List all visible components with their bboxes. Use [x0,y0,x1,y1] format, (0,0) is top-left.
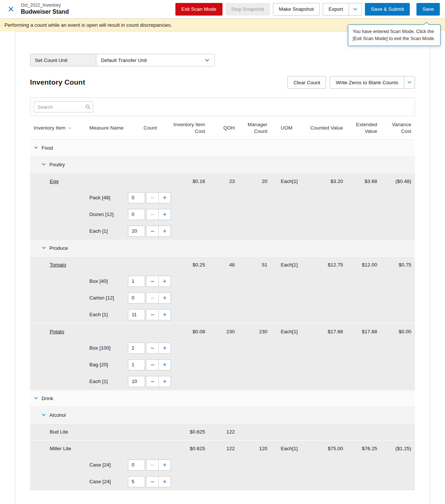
measure-name: Case [24] [89,462,128,468]
count-input[interactable] [128,226,145,237]
column-header: Variance Cost [382,121,416,135]
extended-value: $17.68 [347,329,382,334]
variance-cost-value: ($1.25) [382,446,416,451]
decrement-minus-icon: − [146,292,159,304]
count-stepper: −+ [128,309,172,320]
extended-value: $76.25 [347,446,382,451]
measure-name: Case [24] [89,479,128,484]
chevron-down-icon[interactable] [41,412,46,418]
group-label: Produce [49,245,68,251]
chevron-down-icon[interactable] [33,145,39,150]
increment-plus-icon[interactable]: + [158,476,171,487]
increment-plus-icon[interactable]: + [158,459,171,471]
save-submit-button[interactable]: Save & Submit [365,3,410,16]
decrement-minus-icon[interactable]: − [146,476,159,487]
increment-plus-icon[interactable]: + [158,343,171,354]
sort-chevron-down-icon [67,126,72,130]
group-row: Food [30,139,415,156]
exit-scan-mode-button[interactable]: Exit Scan Mode [175,3,222,16]
count-stepper: −+ [128,343,172,354]
variance-cost-value: $0.00 [382,329,416,334]
decrement-minus-icon[interactable]: − [146,309,159,320]
extended-value: $12.00 [347,262,382,268]
decrement-minus-icon: − [146,209,159,220]
increment-plus-icon[interactable]: + [158,209,171,220]
count-input[interactable] [128,192,145,203]
count-stepper: −+ [128,276,172,287]
decrement-minus-icon[interactable]: − [146,276,159,287]
top-header-bar: Oct_2022_Inventory Budweiser Stand Exit … [0,0,445,19]
section-header-row: Inventory Count Clear Count Write Zeros … [30,76,415,89]
measure-name: Each [1] [89,228,128,234]
page-title: Budweiser Stand [21,8,69,16]
increment-plus-icon[interactable]: + [158,309,171,320]
count-input[interactable] [128,209,145,220]
item-name[interactable]: Tomato [50,262,66,268]
manager-count-value: 230 [239,329,272,334]
count-input[interactable] [128,309,145,320]
save-button[interactable]: Save [416,3,440,16]
increment-plus-icon[interactable]: + [158,192,171,203]
item-row: Potato$0.08230230Each[1]$17.68$17.68$0.0… [30,323,415,340]
column-header: Count [128,125,172,131]
item-name[interactable]: Egg [50,179,59,184]
write-zeros-chevron-down-icon[interactable] [404,76,415,89]
measure-row: Dozen [12]−+ [30,206,415,223]
group-row: Drink [30,390,415,406]
count-input[interactable] [128,476,145,487]
count-input[interactable] [128,459,145,471]
export-chevron-down-icon[interactable] [349,3,362,16]
measure-name: Each [1] [89,312,128,317]
close-icon[interactable] [6,4,16,14]
make-snapshot-button[interactable]: Make Snapshot [273,3,320,16]
export-button[interactable]: Export [323,3,349,16]
counted-value: $12.75 [309,262,347,268]
increment-plus-icon[interactable]: + [158,376,171,387]
decrement-minus-icon[interactable]: − [146,343,159,354]
item-row: Miller Lite$0.625122120Each[1]$75.00$76.… [30,440,415,456]
measure-row: Box [40]−+ [30,273,415,289]
manager-count-value: 51 [239,262,272,268]
column-header[interactable]: Inventory Item [30,125,89,131]
column-header: Manager Count [239,121,272,135]
decrement-minus-icon: − [146,192,159,203]
inventory-name: Oct_2022_Inventory [21,3,69,8]
count-input[interactable] [128,359,145,370]
increment-plus-icon[interactable]: + [158,276,171,287]
count-input[interactable] [128,276,145,287]
measure-name: Pack [48] [89,195,128,200]
chevron-down-icon[interactable] [41,245,46,251]
group-label: Food [42,145,53,151]
warning-text: Performing a count while an event is ope… [4,22,172,28]
count-stepper: −+ [128,476,172,487]
search-input[interactable] [34,101,93,112]
decrement-minus-icon[interactable]: − [146,226,159,237]
chevron-down-icon[interactable] [33,396,39,401]
decrement-minus-icon[interactable]: − [146,359,159,370]
item-name[interactable]: Potato [50,329,64,334]
measure-row: Bag [20]−+ [30,356,415,373]
set-count-unit-label: Set Count Unit [30,54,96,66]
decrement-minus-icon[interactable]: − [146,376,159,387]
count-input[interactable] [128,376,145,387]
count-unit-dropdown[interactable]: Default Transfer Unit [96,54,214,66]
title-block: Oct_2022_Inventory Budweiser Stand [21,3,69,16]
variance-cost-value: $0.75 [382,262,416,268]
clear-count-button[interactable]: Clear Count [287,76,326,89]
main-card: Set Count Unit Default Transfer Unit Inv… [15,31,430,504]
search-panel [30,98,415,116]
uom-value: Each[1] [272,262,309,268]
count-input[interactable] [128,292,145,304]
count-input[interactable] [128,343,145,354]
write-zeros-button[interactable]: Write Zeros to Blank Counts [330,76,404,89]
decrement-minus-icon: − [146,459,159,471]
measure-name: Carton [12] [89,295,128,301]
increment-plus-icon[interactable]: + [158,359,171,370]
write-zeros-split-button: Write Zeros to Blank Counts [330,76,415,89]
chevron-down-icon[interactable] [41,162,46,167]
increment-plus-icon[interactable]: + [158,292,171,304]
count-stepper: −+ [128,376,172,387]
measure-name: Box [40] [89,278,128,284]
manager-count-value: 120 [239,446,272,451]
increment-plus-icon[interactable]: + [158,226,171,237]
